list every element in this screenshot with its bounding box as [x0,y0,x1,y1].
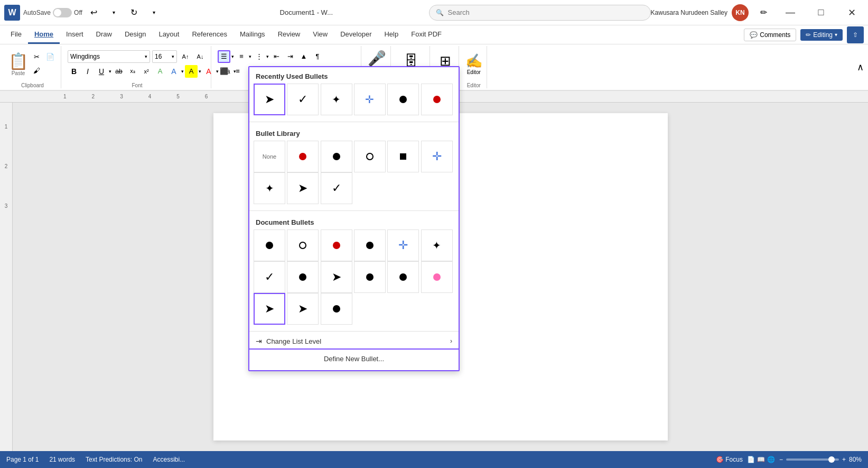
zoom-slider[interactable] [786,458,839,461]
tab-draw[interactable]: Draw [90,26,118,44]
library-none[interactable]: None [254,141,285,172]
underline-button[interactable]: U [95,65,108,78]
editing-button[interactable]: ✏ Editing ▾ [800,29,843,41]
tab-view[interactable]: View [306,26,334,44]
show-marks-button[interactable]: ¶ [311,50,324,63]
text-color-dropdown[interactable]: ▾ [181,69,184,74]
pen-icon[interactable]: ✏ [755,4,772,21]
superscript-button[interactable]: x² [140,65,153,78]
strikethrough-button[interactable]: ab [113,65,125,78]
tab-review[interactable]: Review [272,26,307,44]
decrease-indent-button[interactable]: ⇤ [270,50,283,63]
sort-button[interactable]: ▲ [297,50,310,63]
web-layout-button[interactable]: 🌐 [767,456,775,463]
underline-dropdown[interactable]: ▾ [109,69,111,74]
grow-font-button[interactable]: A↑ [179,50,192,63]
tab-help[interactable]: Help [378,26,405,44]
editor-button[interactable]: ✍ Editor [465,46,482,81]
library-diamond4[interactable]: ✦ [254,172,285,204]
bold-button[interactable]: B [68,65,80,78]
tab-mailings[interactable]: Mailings [234,26,272,44]
doc-bullet-black-dot[interactable] [254,230,285,261]
search-box[interactable]: 🔍 [429,5,651,21]
doc-bullet-black6[interactable] [321,293,352,325]
library-arrow[interactable]: ➤ [287,172,319,204]
shrink-font-button[interactable]: A↓ [194,50,207,63]
doc-bullet-red[interactable] [321,230,352,261]
doc-bullet-black4[interactable] [354,261,386,293]
recent-bullet-red-dot[interactable] [421,84,453,115]
copy-button[interactable]: 📄 [44,51,57,63]
maximize-button[interactable]: □ [809,4,833,21]
doc-bullet-black5[interactable] [387,261,419,293]
doc-bullet-check[interactable]: ✓ [254,261,285,293]
library-black-square[interactable] [387,141,419,172]
increase-indent-button[interactable]: ⇥ [284,50,296,63]
numbering-dropdown[interactable]: ▾ [249,54,251,59]
doc-bullet-diamond4[interactable]: ✦ [421,230,453,261]
library-hollow-circle[interactable] [354,141,386,172]
comments-button[interactable]: 💬 Comments [744,29,796,41]
redo-button[interactable]: ↻ [126,4,143,21]
read-mode-button[interactable]: 📖 [757,456,765,463]
recent-bullet-check[interactable]: ✓ [287,84,319,115]
library-black-dot[interactable] [321,141,352,172]
ribbon-collapse-button[interactable]: ∧ [857,61,864,73]
cut-button[interactable]: ✂ [30,51,43,63]
doc-bullet-arrow2-selected[interactable]: ➤ [254,293,285,325]
search-input[interactable] [448,8,644,16]
doc-bullet-pink[interactable] [421,261,453,293]
undo-button[interactable]: ↩ [86,4,102,21]
tab-foxit[interactable]: Foxit PDF [405,26,448,44]
recent-bullet-diamond4[interactable]: ✦ [321,84,352,115]
highlight-dropdown[interactable]: ▾ [199,69,201,74]
doc-bullet-4star[interactable]: ✛ [387,230,419,261]
change-list-level-row[interactable]: ⇥ Change List Level › [249,334,459,348]
format-painter-button[interactable]: 🖌 [30,65,43,77]
library-4star[interactable]: ✛ [421,141,453,172]
recent-bullet-cross4[interactable]: ✛ [354,84,386,115]
tab-developer[interactable]: Developer [334,26,378,44]
multilevel-button[interactable]: ⋮ [253,50,265,63]
italic-button[interactable]: I [81,65,94,78]
undo-dropdown-button[interactable]: ▾ [106,4,123,21]
quick-access-button[interactable]: ▾ [146,4,163,21]
font-size-selector[interactable]: 16 ▾ [152,50,177,63]
share-button[interactable]: ⇧ [847,26,864,43]
tab-design[interactable]: Design [118,26,152,44]
tab-references[interactable]: References [185,26,233,44]
autosave-toggle[interactable] [53,8,72,17]
multilevel-dropdown[interactable]: ▾ [266,54,269,59]
align-left-button[interactable]: ⬛ [218,65,230,78]
numbering-button[interactable]: ≡ [235,50,248,63]
print-layout-button[interactable]: 📄 [747,456,755,463]
doc-bullet-black3[interactable] [287,261,319,293]
focus-button[interactable]: 🎯 Focus [716,456,743,463]
doc-bullet-arrow3[interactable]: ➤ [287,293,319,325]
paste-button[interactable]: 📋 Paste [8,52,28,76]
tab-file[interactable]: File [4,26,28,44]
text-effects-button[interactable]: A [154,65,166,78]
align-center-button[interactable]: ≡ [231,65,244,78]
tab-layout[interactable]: Layout [152,26,185,44]
define-new-bullet-button[interactable]: Define New Bullet... [249,348,459,368]
tab-insert[interactable]: Insert [60,26,90,44]
doc-bullet-black2[interactable] [354,230,386,261]
zoom-in-button[interactable]: + [842,456,846,463]
library-red-dot[interactable] [287,141,319,172]
minimize-button[interactable]: — [778,4,802,21]
doc-bullet-hollow[interactable] [287,230,319,261]
close-button[interactable]: ✕ [839,4,864,21]
bullets-button[interactable]: ☰ [218,50,230,63]
zoom-out-button[interactable]: − [779,456,783,463]
recent-bullet-black-dot[interactable] [387,84,419,115]
doc-bullet-arrow[interactable]: ➤ [321,261,352,293]
subscript-button[interactable]: x₂ [126,65,139,78]
library-check[interactable]: ✓ [321,172,352,204]
tab-home[interactable]: Home [28,26,60,44]
text-color-button[interactable]: A [167,65,180,78]
font-name-selector[interactable]: Wingdings ▾ [68,50,150,63]
highlight-button[interactable]: A [185,65,198,78]
recent-bullet-arrow[interactable]: ➤ [254,84,285,115]
bullets-dropdown[interactable]: ▾ [231,54,234,59]
